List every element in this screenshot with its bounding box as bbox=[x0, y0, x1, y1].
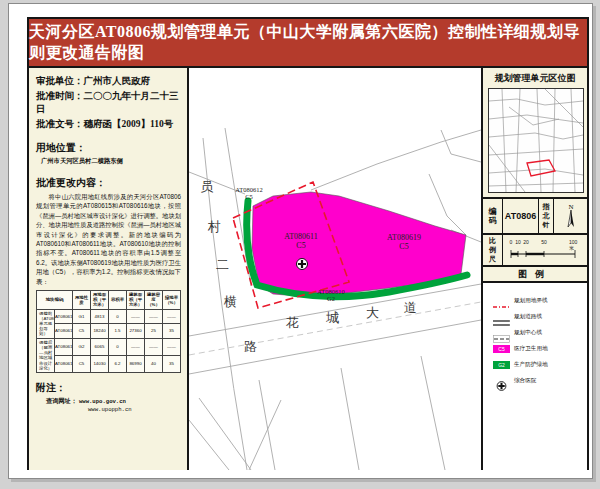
page-title: 天河分区AT0806规划管理单元（中山大学附属第六医院）控制性详细规划导则更改通… bbox=[29, 22, 587, 64]
north-arrow-icon: N bbox=[554, 199, 587, 233]
cell: 6065 bbox=[91, 338, 109, 355]
query-label-text: 查询网址： bbox=[46, 397, 77, 404]
unit-highlight-outline bbox=[527, 160, 555, 176]
query-url-2: www.upopph.cn bbox=[88, 406, 181, 414]
table-row: AT080616 C5 18240 1.5 27360 25 35 bbox=[37, 324, 181, 339]
legend-label: 规划用地界线 bbox=[514, 297, 548, 305]
cell: 4813 bbox=[91, 309, 109, 324]
cell: AT080616 bbox=[55, 324, 73, 339]
col-header: 用地面积（平方米） bbox=[91, 291, 109, 310]
cell: —— bbox=[145, 309, 163, 324]
cell: G2 bbox=[73, 338, 91, 355]
cell: 40 bbox=[145, 355, 163, 372]
scale-bar: 0 10 20 50 100米 bbox=[503, 235, 587, 265]
query-label: 查询网址：www.upo.gov.cn bbox=[46, 397, 181, 406]
parcel-label-612: AT080612 C5 bbox=[225, 186, 273, 200]
scale-row: 比例尺 0 10 20 50 100米 bbox=[483, 235, 587, 267]
col-header: 地块编码 bbox=[37, 291, 73, 310]
changes-heading: 批准更改内容： bbox=[36, 176, 181, 190]
location-map-title: 规划管理单元区位图 bbox=[488, 72, 582, 85]
map-key-panel: 规划管理单元区位图 bbox=[481, 68, 587, 470]
cell: C5 bbox=[73, 355, 91, 372]
approval-block: 审批单位：广州市人民政府 批准时间：二〇〇九年十月二十三日 批准文号：穗府函【2… bbox=[36, 75, 181, 131]
cell: AT080611 bbox=[55, 355, 73, 372]
dashed-line-icon bbox=[493, 329, 510, 337]
legend-label: 医疗卫生用地 bbox=[514, 345, 548, 353]
legend-item-greenbelt: G2 生产防护绿地 bbox=[493, 361, 587, 369]
legend-label: 规划道路线 bbox=[514, 313, 542, 321]
changes-paragraph: 将中山六院用地红线所涉及的天河分区AT0806规划管理单元的AT080615和A… bbox=[36, 192, 181, 286]
cell: —— bbox=[163, 338, 181, 355]
road-name-char: 二 bbox=[216, 256, 229, 274]
notes-heading: 附注： bbox=[36, 381, 181, 395]
parcel-label-610: AT080610 G2 bbox=[301, 288, 361, 302]
group-label: 调整后（琶洲—员村地区城市设计深化） bbox=[37, 338, 55, 372]
medical-land-swatch: C5 bbox=[493, 345, 510, 353]
hospital-cross-icon bbox=[297, 259, 308, 270]
cell: 35 bbox=[163, 324, 181, 339]
cell: AT080610 bbox=[55, 338, 73, 355]
parcel-use: C5 bbox=[374, 242, 434, 251]
cell: —— bbox=[127, 309, 145, 324]
content-frame: 天河分区AT0806规划管理单元（中山大学附属第六医院）控制性详细规划导则更改通… bbox=[27, 17, 589, 470]
cell: —— bbox=[127, 338, 145, 355]
cell: 25 bbox=[145, 324, 163, 339]
parcel-code: AT080612 bbox=[225, 186, 273, 193]
approval-doc: 批准文号：穗府函【2009】110号 bbox=[36, 118, 181, 131]
parcel-use: C5 bbox=[271, 241, 331, 250]
table-header-row: 地块编码 用地性质 用地面积（平方米） 容积率 建筑面积（平方米） 建筑密度（%… bbox=[37, 291, 181, 310]
scale-tick: 50 bbox=[541, 239, 547, 245]
code-label: 编码 bbox=[489, 207, 497, 225]
table-row: AT080611 C5 14030 6.2 86990 40 35 bbox=[37, 355, 181, 372]
location-heading: 用地位置： bbox=[36, 141, 181, 155]
legend-item-medical: C5 医疗卫生用地 bbox=[493, 345, 587, 353]
cell: 35 bbox=[163, 355, 181, 372]
road-name-char: 城 bbox=[326, 309, 339, 327]
col-header: 容积率 bbox=[109, 291, 127, 310]
parcel-use: C5 bbox=[225, 193, 273, 200]
scale-tick: 20 bbox=[523, 239, 529, 245]
group-label: 调整前（AT0806单元规划导则） bbox=[37, 309, 55, 338]
cell: 14030 bbox=[91, 355, 109, 372]
unit-code-value: AT0806 bbox=[503, 199, 539, 233]
cell: 27360 bbox=[127, 324, 145, 339]
svg-text:N: N bbox=[568, 203, 573, 211]
hospital-cross-icon bbox=[493, 377, 510, 385]
cell: C5 bbox=[73, 324, 91, 339]
cell: —— bbox=[145, 338, 163, 355]
road-name-char: 村 bbox=[208, 218, 221, 236]
parcel-code: AT080619 bbox=[374, 233, 434, 242]
legend-item-centerline: 规划中心线 bbox=[493, 329, 587, 337]
cell: 86990 bbox=[127, 355, 145, 372]
legend-item-boundary: 规划用地界线 bbox=[493, 297, 587, 305]
double-line-icon bbox=[493, 313, 510, 321]
road-name-char: 路 bbox=[244, 338, 257, 356]
cell: AT080615 bbox=[55, 309, 73, 324]
location-map-thumbnail bbox=[488, 88, 584, 193]
cell: 1.5 bbox=[109, 324, 127, 339]
red-dashdot-line-icon bbox=[493, 297, 510, 305]
paper-sheet: 天河分区AT0806规划管理单元（中山大学附属第六医院）控制性详细规划导则更改通… bbox=[8, 3, 593, 479]
legend: 规划用地界线 规划道路线 规划中心线 C5 医疗卫生用地 bbox=[483, 283, 587, 385]
title-bar: 天河分区AT0806规划管理单元（中山大学附属第六医院）控制性详细规划导则更改通… bbox=[29, 19, 587, 68]
col-header: 建筑密度（%） bbox=[145, 291, 163, 310]
parcel-use: G2 bbox=[301, 295, 361, 302]
table-row: 调整前（AT0806单元规划导则） AT080615 G1 4813 0 —— … bbox=[37, 309, 181, 324]
query-url-1: www.upo.gov.cn bbox=[79, 398, 126, 405]
road-name-char: 道 bbox=[404, 299, 417, 317]
plan-map-canvas bbox=[189, 68, 481, 470]
cell: 0 bbox=[109, 309, 127, 324]
table-row: 调整后（琶洲—员村地区城市设计深化） AT080610 G2 6065 0 ——… bbox=[37, 338, 181, 355]
control-indicators-table: 地块编码 用地性质 用地面积（平方米） 容积率 建筑面积（平方米） 建筑密度（%… bbox=[36, 290, 181, 373]
road-name-char: 员 bbox=[200, 178, 213, 196]
road-name-char: 横 bbox=[224, 293, 237, 311]
cell: 18240 bbox=[91, 324, 109, 339]
parcel-code: AT080610 bbox=[301, 288, 361, 295]
approval-unit: 审批单位：广州市人民政府 bbox=[36, 75, 181, 88]
info-panel: 审批单位：广州市人民政府 批准时间：二〇〇九年十月二十三日 批准文号：穗府函【2… bbox=[29, 68, 189, 470]
cell: 6.2 bbox=[109, 355, 127, 372]
location-map-box: 规划管理单元区位图 bbox=[483, 68, 587, 199]
parcel-label-611: AT080611 C5 bbox=[271, 232, 331, 250]
compass-label-cell: 指北针 bbox=[539, 199, 554, 233]
code-compass-row: 编码 AT0806 指北针 N bbox=[483, 199, 587, 235]
